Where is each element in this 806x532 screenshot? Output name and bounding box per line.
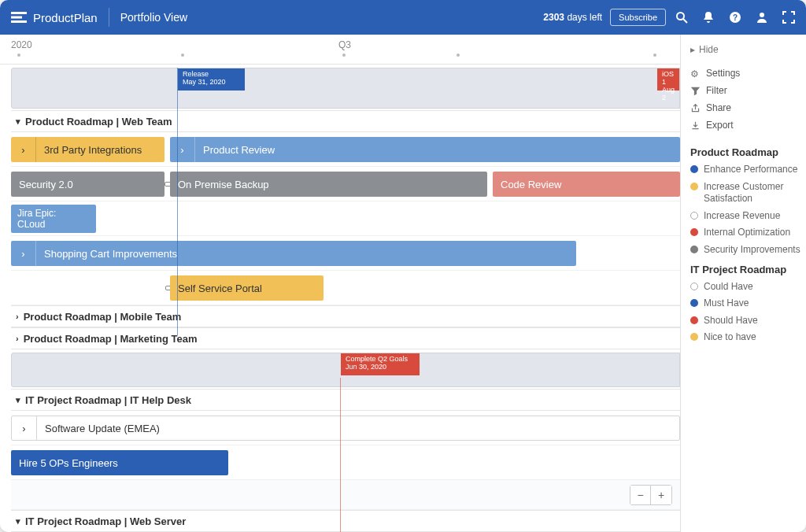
chevron-down-icon: ▾	[16, 116, 20, 127]
days-left-number: 2303	[543, 12, 564, 23]
chevron-right-icon[interactable]: ›	[11, 241, 36, 266]
legend-item[interactable]: Increase Revenue	[686, 208, 806, 225]
fullscreen-icon[interactable]	[782, 11, 795, 24]
search-icon[interactable]	[675, 11, 688, 24]
bar-row: › 3rd Party Integrations › Product Revie…	[11, 132, 680, 167]
bar-product-review[interactable]: › Product Review	[170, 137, 680, 162]
logo-icon	[11, 12, 27, 23]
legend-item[interactable]: Could Have	[686, 279, 806, 296]
chevron-right-icon[interactable]: ›	[12, 416, 37, 440]
legend-item[interactable]: Increase Customer Satisfaction	[686, 179, 806, 208]
bar-jira-label: Jira Epic:CLoud	[11, 205, 62, 234]
year-label: 2020	[11, 39, 32, 50]
hide-toggle[interactable]: ▸ Hide	[686, 42, 806, 57]
bar-row: › Shopping Cart Improvements	[11, 236, 680, 271]
bar-jira[interactable]: Jira Epic:CLoud	[11, 205, 96, 233]
logo[interactable]: ProductPlan	[11, 11, 98, 24]
swimlane-it-helpdesk[interactable]: ▾ IT Project Roadmap | IT Help Desk	[11, 389, 680, 411]
bar-row: Security 2.0 On Premise Backup Code Revi…	[11, 167, 680, 201]
download-icon	[690, 120, 701, 131]
filter-icon	[690, 86, 701, 96]
bar-code-review[interactable]: Code Review	[493, 172, 680, 197]
legend-item[interactable]: Nice to have	[686, 329, 806, 346]
chevron-right-icon: ›	[16, 312, 19, 321]
legend-product-roadmap: Enhance PerformanceIncrease Customer Sat…	[686, 161, 806, 259]
svg-text:?: ?	[733, 13, 738, 22]
legend-it-roadmap: Could HaveMust HaveShould HaveNice to ha…	[686, 279, 806, 346]
legend-label: Increase Customer Satisfaction	[704, 181, 801, 205]
legend-label: Should Have	[704, 315, 758, 327]
bar-row: Self Service Portal	[11, 271, 680, 305]
sidebar-share[interactable]: Share	[686, 99, 806, 116]
zoom-out-button[interactable]: −	[630, 486, 651, 504]
chevron-right-icon: ›	[16, 334, 19, 343]
zoom-in-button[interactable]: +	[651, 486, 671, 504]
bell-icon[interactable]	[702, 11, 715, 24]
sidebar-right: ▸ Hide ⚙ Settings Filter Share E	[680, 35, 806, 532]
legend-item[interactable]: Enhance Performance	[686, 161, 806, 179]
legend-label: Security Improvements	[704, 244, 800, 257]
legend-dot	[690, 183, 698, 190]
legend-dot	[690, 246, 698, 253]
milestone-line-release	[177, 68, 178, 335]
app-header: ProductPlan Portfolio View 2303 days lef…	[0, 0, 806, 35]
user-icon[interactable]	[756, 11, 768, 24]
bar-3rd-party[interactable]: › 3rd Party Integrations	[11, 137, 165, 162]
chevron-right-icon[interactable]: ›	[170, 137, 195, 162]
svg-rect-0	[11, 12, 27, 14]
subscribe-button[interactable]: Subscribe	[610, 9, 666, 26]
zoom-controls: − +	[630, 485, 672, 505]
lanes: Release May 31, 2020 iOS 1 Aug 2 ▾ Produ…	[0, 68, 680, 532]
svg-point-3	[677, 13, 684, 20]
legend-item[interactable]: Should Have	[686, 312, 806, 330]
legend-item[interactable]: Security Improvements	[686, 242, 806, 259]
bar-shopping[interactable]: › Shopping Cart Improvements	[11, 241, 576, 266]
bar-row: Jira Epic:CLoud	[11, 201, 680, 236]
legend-dot	[690, 283, 698, 290]
swimlane-marketing-team[interactable]: › Product Roadmap | Marketing Team	[11, 327, 680, 349]
swimlane-web-team[interactable]: ▾ Product Roadmap | Web Team	[11, 110, 680, 132]
milestone-ios[interactable]: iOS 1 Aug 2	[657, 68, 679, 91]
sidebar-settings[interactable]: ⚙ Settings	[686, 65, 806, 82]
svg-rect-1	[11, 17, 22, 19]
bar-software-update[interactable]: › Software Update (EMEA)	[11, 416, 680, 441]
bar-hire-ops[interactable]: Hire 5 OPs Engineers	[11, 450, 228, 475]
view-title[interactable]: Portfolio View	[120, 11, 187, 24]
legend-dot	[690, 316, 698, 324]
bar-security[interactable]: Security 2.0	[11, 172, 165, 197]
help-icon[interactable]: ?	[729, 11, 741, 24]
swimlane-web-server[interactable]: ▾ IT Project Roadmap | Web Server	[11, 510, 680, 532]
timeline-area[interactable]: 2020 Q3 Release	[0, 35, 680, 532]
svg-point-7	[760, 13, 764, 17]
legend-dot	[690, 212, 698, 220]
milestone-release[interactable]: Release May 31, 2020	[178, 68, 245, 91]
sidebar-filter[interactable]: Filter	[686, 82, 806, 99]
legend-title-it: IT Project Roadmap	[686, 259, 806, 279]
days-left: 2303 days left	[543, 12, 602, 23]
legend-item[interactable]: Must Have	[686, 295, 806, 312]
bar-row: › Software Update (EMEA)	[11, 411, 680, 445]
legend-label: Must Have	[704, 297, 749, 310]
legend-label: Enhance Performance	[704, 164, 797, 176]
legend-dot	[690, 299, 698, 307]
milestone-q2goals[interactable]: Complete Q2 Goals Jun 30, 2020	[341, 353, 420, 375]
swimlane-mobile-team[interactable]: › Product Roadmap | Mobile Team	[11, 305, 680, 327]
milestone-track: Complete Q2 Goals Jun 30, 2020	[11, 353, 680, 387]
svg-line-4	[683, 19, 687, 23]
product-name: ProductPlan	[33, 11, 98, 24]
sidebar-export[interactable]: Export	[686, 116, 806, 134]
legend-label: Could Have	[704, 281, 753, 294]
chevron-right-icon[interactable]: ›	[11, 137, 36, 162]
legend-dot	[690, 333, 698, 341]
legend-title-product: Product Roadmap	[686, 142, 806, 161]
bar-onprem[interactable]: On Premise Backup	[170, 172, 487, 197]
header-divider	[109, 8, 109, 27]
svg-rect-2	[11, 20, 27, 23]
milestone-line-q2goals	[340, 378, 341, 532]
chevron-down-icon: ▾	[16, 395, 20, 405]
legend-label: Nice to have	[704, 331, 756, 344]
legend-item[interactable]: Internal Optimization	[686, 224, 806, 242]
time-header: 2020 Q3	[0, 35, 680, 65]
legend-dot	[690, 165, 698, 173]
bar-self-service[interactable]: Self Service Portal	[170, 275, 324, 301]
